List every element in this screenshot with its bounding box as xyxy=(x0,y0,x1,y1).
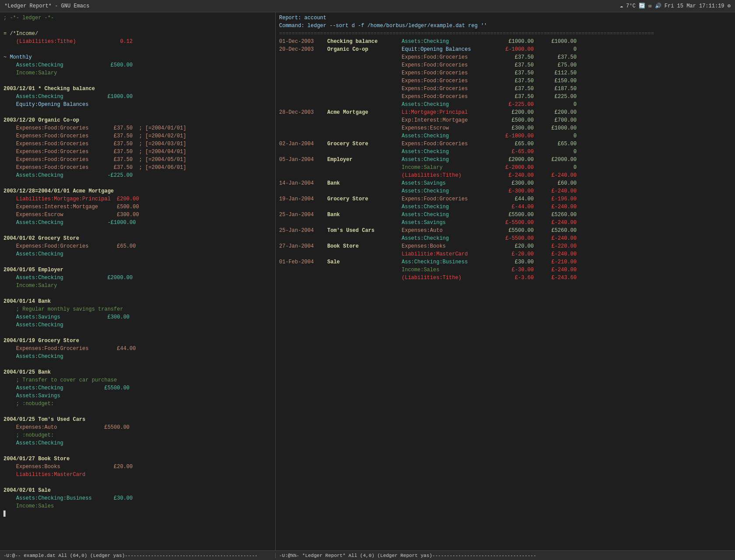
left-line: Expenses:Escrow £300.00 xyxy=(4,211,272,219)
report-row: (Liabilities:Tithe)£-3.60£-243.60 xyxy=(279,274,732,282)
report-amount: £-240.00 xyxy=(498,172,537,179)
report-row: 25-Jan-2004BankAssets:Checking£5500.00£5… xyxy=(279,211,732,219)
report-account: Expens:Food:Groceries xyxy=(402,61,498,69)
left-pane[interactable]: ; -*- ledger -*- = /*Income/ (Liabilitie… xyxy=(0,12,276,550)
report-date xyxy=(279,148,327,156)
report-desc xyxy=(327,250,402,258)
left-line: Expenses:Books £20.00 xyxy=(4,463,272,471)
report-running: £-240.00 xyxy=(537,219,577,227)
report-desc xyxy=(327,266,402,274)
report-running: £225.00 xyxy=(537,93,577,101)
report-row: Assets:Checking£-65.000 xyxy=(279,148,732,156)
report-account: Expens:Food:Groceries xyxy=(402,53,498,61)
report-desc xyxy=(327,219,402,227)
left-line xyxy=(4,227,272,234)
report-account: Expens:Food:Groceries xyxy=(402,93,498,101)
report-amount: £1000.00 xyxy=(498,38,537,46)
left-line: 2004/01/02 Grocery Store xyxy=(4,234,272,242)
report-row: 01-Feb-2004SaleAss:Checking:Business£30.… xyxy=(279,258,732,266)
report-row: 05-Jan-2004EmployerAssets:Checking£2000.… xyxy=(279,156,732,164)
left-line: Expenses:Interest:Mortgage £500.00 xyxy=(4,203,272,211)
report-header-line1: Report: account xyxy=(279,14,732,22)
left-line: 2003/12/28=2004/01/01 Acme Mortgage xyxy=(4,187,272,195)
left-line: Assets:Checking xyxy=(4,250,272,258)
status-right: -U:@%%- *Ledger Report* All (4,0) (Ledge… xyxy=(276,553,735,558)
report-row: 02-Jan-2004Grocery StoreExpens:Food:Groc… xyxy=(279,140,732,148)
report-amount: £37.50 xyxy=(498,69,537,77)
report-desc: Checking balance xyxy=(327,38,402,46)
report-desc xyxy=(327,85,402,93)
report-amount: £65.00 xyxy=(498,140,537,148)
left-line xyxy=(4,46,272,53)
report-date xyxy=(279,234,327,242)
report-account: Expens:Food:Groceries xyxy=(402,77,498,85)
left-line: Assets:Checking -£1000.00 xyxy=(4,219,272,227)
report-running: 0 xyxy=(537,46,577,53)
report-desc xyxy=(327,132,402,140)
left-line: Assets:Checking xyxy=(4,321,272,329)
report-amount: £-2000.00 xyxy=(498,164,537,172)
left-line xyxy=(4,360,272,368)
report-amount: £-5500.00 xyxy=(498,219,537,227)
left-line xyxy=(4,447,272,455)
left-line: Equity:Opening Balances xyxy=(4,101,272,108)
report-header-line2: Command: ledger --sort d -f /home/borbus… xyxy=(279,22,732,30)
right-content: Report: accountCommand: ledger --sort d … xyxy=(279,14,732,282)
report-row: Assets:Checking£-44.00£-240.00 xyxy=(279,203,732,211)
report-date xyxy=(279,266,327,274)
left-line xyxy=(4,479,272,486)
left-line xyxy=(4,179,272,187)
report-row: Income:Sales£-30.00£-240.00 xyxy=(279,266,732,274)
report-date: 19-Jan-2004 xyxy=(279,195,327,203)
report-date: 20-Dec-2003 xyxy=(279,46,327,53)
report-date xyxy=(279,250,327,258)
report-amount: £-1000.00 xyxy=(498,132,537,140)
report-account: Expens:Food:Groceries xyxy=(402,140,498,148)
report-running: £187.50 xyxy=(537,85,577,93)
separator-line: ========================================… xyxy=(279,30,732,38)
report-row: 01-Dec-2003Checking balanceAssets:Checki… xyxy=(279,38,732,46)
left-line: Assets:Checking £500.00 xyxy=(4,61,272,69)
report-date: 25-Jan-2004 xyxy=(279,227,327,234)
report-running: £-220.00 xyxy=(537,242,577,250)
report-desc: Grocery Store xyxy=(327,195,402,203)
report-row: Expens:Food:Groceries£37.50£112.50 xyxy=(279,69,732,77)
report-amount: £-5500.00 xyxy=(498,234,537,242)
report-date: 27-Jan-2004 xyxy=(279,242,327,250)
left-line: Assets:Checking £1000.00 xyxy=(4,93,272,101)
right-pane[interactable]: Report: accountCommand: ledger --sort d … xyxy=(276,12,735,550)
report-running: £-240.00 xyxy=(537,187,577,195)
left-line: 2004/01/14 Bank xyxy=(4,298,272,305)
report-desc: Tom's Used Cars xyxy=(327,227,402,234)
report-account: Exp:Interest:Mortgage xyxy=(402,116,498,124)
report-amount: £-300.00 xyxy=(498,187,537,195)
report-account: Assets:Savings xyxy=(402,179,498,187)
left-line: ; -*- ledger -*- xyxy=(4,14,272,22)
left-line xyxy=(4,108,272,116)
report-running: 0 xyxy=(537,132,577,140)
report-running: £200.00 xyxy=(537,108,577,116)
left-line: Assets:Savings £300.00 xyxy=(4,313,272,321)
report-account: Expenses:Escrow xyxy=(402,124,498,132)
left-line: Assets:Checking:Business £30.00 xyxy=(4,494,272,502)
report-account: Assets:Checking xyxy=(402,148,498,156)
report-running: £-240.00 xyxy=(537,203,577,211)
left-line xyxy=(4,408,272,416)
left-line: Assets:Checking £2000.00 xyxy=(4,274,272,282)
report-amount: £37.50 xyxy=(498,93,537,101)
report-account: Assets:Checking xyxy=(402,132,498,140)
status-left: -U:@-- example.dat All (64,0) (Ledger ya… xyxy=(0,553,276,558)
left-line: Assets:Savings xyxy=(4,392,272,400)
report-date: 01-Dec-2003 xyxy=(279,38,327,46)
report-running: £-240.00 xyxy=(537,250,577,258)
report-desc xyxy=(327,101,402,108)
report-account: Assets:Savings xyxy=(402,219,498,227)
report-desc: Bank xyxy=(327,179,402,187)
left-line: Liabilities:Mortgage:Principal £200.00 xyxy=(4,195,272,203)
report-desc xyxy=(327,148,402,156)
report-desc xyxy=(327,274,402,282)
left-line: Expenses:Food:Groceries £37.50 ; [=2004/… xyxy=(4,132,272,140)
report-date xyxy=(279,85,327,93)
left-line: Expenses:Food:Groceries £37.50 ; [=2004/… xyxy=(4,164,272,172)
report-row: 27-Jan-2004Book StoreExpenses:Books£20.0… xyxy=(279,242,732,250)
